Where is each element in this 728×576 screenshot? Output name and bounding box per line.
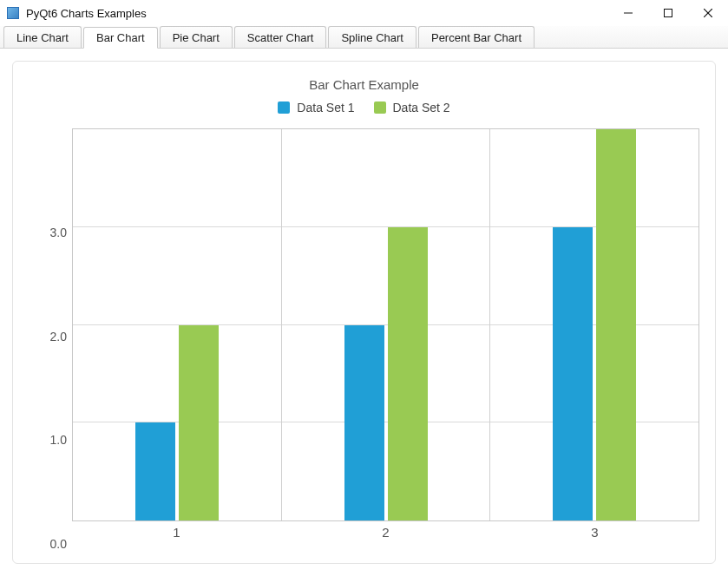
legend-item-0[interactable]: Data Set 1: [278, 101, 354, 115]
legend-swatch-icon: [374, 101, 386, 114]
close-button[interactable]: [688, 0, 728, 26]
legend-label: Data Set 1: [297, 101, 354, 115]
maximize-button[interactable]: [648, 0, 688, 26]
content-area: Bar Chart Example Data Set 1Data Set 2 0…: [0, 49, 728, 576]
chart-title: Bar Chart Example: [29, 77, 699, 92]
plot-area: [72, 128, 699, 521]
tab-scatter-chart[interactable]: Scatter Chart: [234, 26, 327, 48]
x-tick-label: 1: [72, 521, 281, 544]
y-tick-label: 0.0: [30, 537, 67, 551]
bar-series-1[interactable]: [388, 227, 428, 520]
chart-area: 0.01.02.03.0 123: [29, 128, 699, 544]
tab-line-chart[interactable]: Line Chart: [3, 26, 82, 48]
bar-series-1[interactable]: [596, 129, 636, 520]
tab-pie-chart[interactable]: Pie Chart: [160, 26, 233, 48]
window-titlebar: PyQt6 Charts Examples: [0, 0, 728, 26]
category-group: [73, 129, 282, 520]
y-tick-label: 1.0: [30, 433, 67, 447]
x-axis: 123: [72, 521, 699, 544]
svg-rect-1: [665, 10, 672, 17]
tab-percent-bar-chart[interactable]: Percent Bar Chart: [418, 26, 535, 48]
x-tick-label: 2: [281, 521, 490, 544]
x-tick-label: 3: [490, 521, 699, 544]
minimize-button[interactable]: [608, 0, 648, 26]
titlebar-left: PyQt6 Charts Examples: [7, 7, 147, 20]
chart-legend: Data Set 1Data Set 2: [29, 101, 699, 115]
category-group: [282, 129, 491, 520]
chart-card: Bar Chart Example Data Set 1Data Set 2 0…: [12, 61, 716, 564]
bar-series-0[interactable]: [553, 227, 593, 520]
bar-series-1[interactable]: [179, 325, 219, 521]
plot-column: 123: [72, 128, 699, 544]
tab-bar-chart[interactable]: Bar Chart: [83, 27, 158, 49]
bar-series-0[interactable]: [135, 422, 175, 520]
window-controls: [608, 0, 728, 26]
legend-label: Data Set 2: [393, 101, 450, 115]
app-icon: [7, 7, 19, 19]
window-title: PyQt6 Charts Examples: [26, 7, 147, 20]
tab-spline-chart[interactable]: Spline Chart: [328, 26, 416, 48]
bar-series-0[interactable]: [344, 325, 384, 521]
y-axis: 0.01.02.03.0: [29, 128, 72, 544]
legend-swatch-icon: [278, 101, 290, 114]
legend-item-1[interactable]: Data Set 2: [374, 101, 450, 115]
category-group: [490, 129, 698, 520]
y-tick-label: 2.0: [30, 330, 67, 344]
y-tick-label: 3.0: [30, 226, 67, 239]
tab-strip: Line ChartBar ChartPie ChartScatter Char…: [0, 26, 728, 49]
